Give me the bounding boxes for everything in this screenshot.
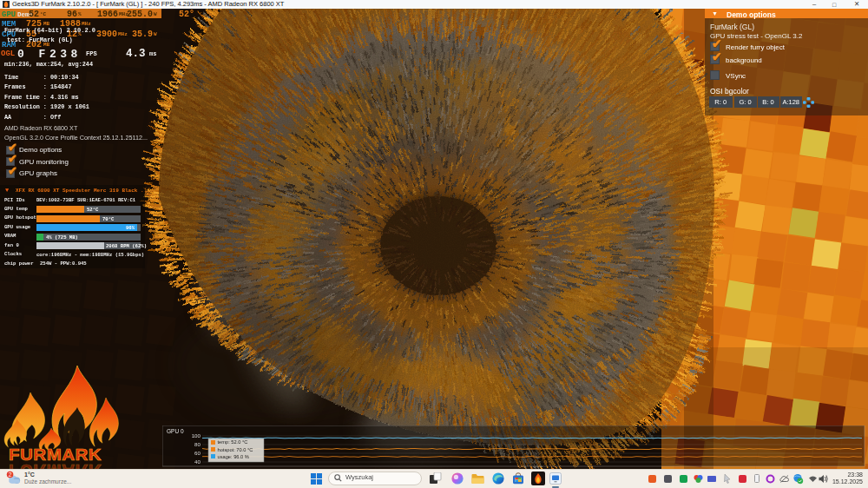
- svg-text:60: 60: [194, 450, 201, 456]
- svg-text:usage: 96.0 %: usage: 96.0 %: [218, 454, 249, 459]
- svg-text:80: 80: [194, 441, 201, 447]
- svg-text:100: 100: [192, 432, 201, 439]
- svg-text:GPU 0: GPU 0: [167, 428, 184, 434]
- svg-text:temp: 52.0 °C: temp: 52.0 °C: [218, 439, 248, 445]
- svg-text:2: 2: [9, 472, 12, 478]
- svg-text:FURMARK: FURMARK: [9, 460, 102, 469]
- svg-text:hotspot: 70.0 °C: hotspot: 70.0 °C: [218, 447, 253, 452]
- svg-text:40: 40: [194, 458, 201, 465]
